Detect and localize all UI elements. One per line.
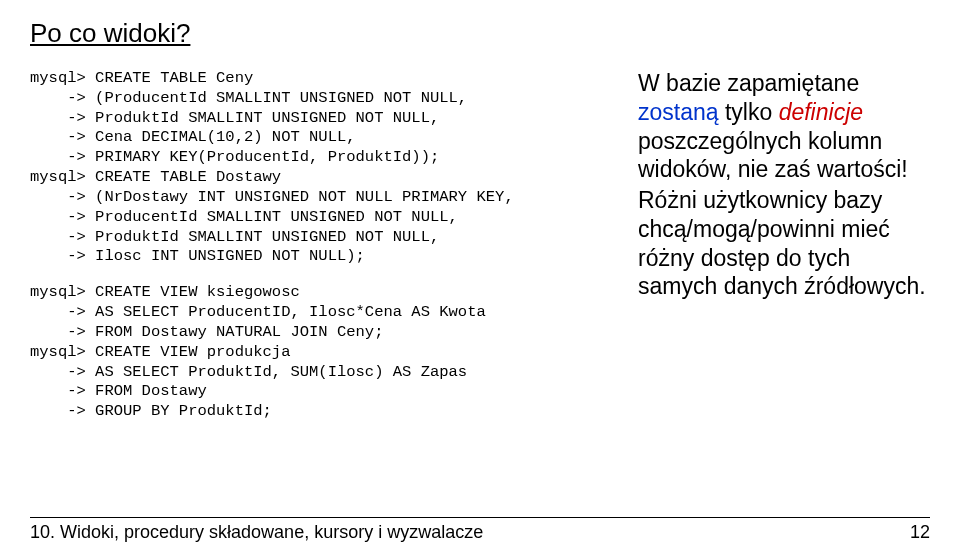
footer-left: 10. Widoki, procedury składowane, kursor…: [30, 522, 483, 543]
para1-seg1: W bazie zapamiętane: [638, 70, 859, 96]
para1-seg2-blue: zostaną: [638, 99, 719, 125]
code-block-views: mysql> CREATE VIEW ksiegowosc -> AS SELE…: [30, 283, 620, 422]
slide-title: Po co widoki?: [30, 18, 930, 49]
para1-seg5: poszczególnych kolumn widoków, nie zaś w…: [638, 128, 908, 183]
content-row: mysql> CREATE TABLE Ceny -> (ProducentId…: [30, 69, 930, 438]
footer: 10. Widoki, procedury składowane, kursor…: [30, 517, 930, 543]
slide: Po co widoki? mysql> CREATE TABLE Ceny -…: [0, 0, 960, 555]
paragraph-2: Różni użytkownicy bazy chcą/mogą/powinni…: [638, 186, 930, 301]
code-column: mysql> CREATE TABLE Ceny -> (ProducentId…: [30, 69, 630, 438]
footer-page-number: 12: [910, 522, 930, 543]
para1-seg4-red: definicje: [779, 99, 863, 125]
text-column: W bazie zapamiętane zostaną tylko defini…: [630, 69, 930, 438]
paragraph-1: W bazie zapamiętane zostaną tylko defini…: [638, 69, 930, 184]
para1-seg3: tylko: [719, 99, 779, 125]
code-block-ceny-dostawy: mysql> CREATE TABLE Ceny -> (ProducentId…: [30, 69, 620, 267]
